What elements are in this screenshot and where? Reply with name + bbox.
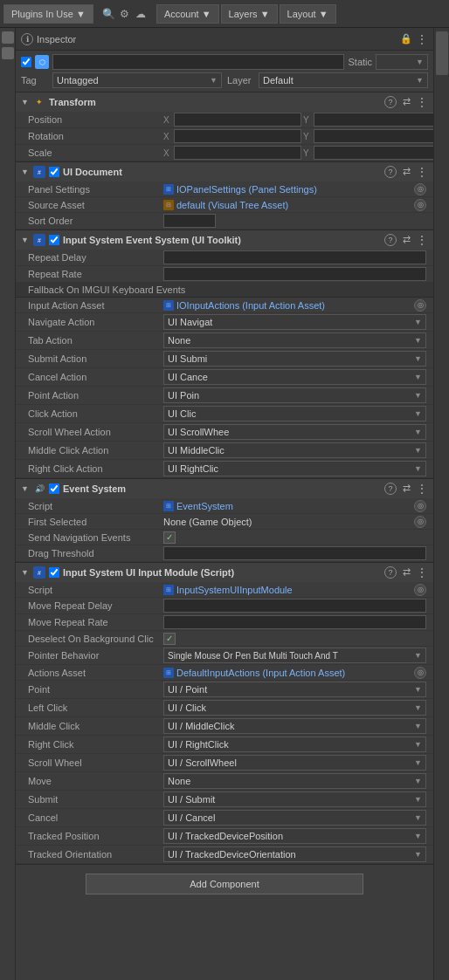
im-point-dropdown[interactable]: UI / Point ▼ (163, 682, 426, 697)
source-asset-link[interactable]: ⊟ default (Visual Tree Asset) (163, 200, 411, 210)
left-tool-1[interactable] (2, 31, 14, 44)
es-script-circle-btn[interactable]: ◎ (414, 500, 426, 512)
right-click-action-dropdown[interactable]: UI RightClic ▼ (163, 461, 426, 476)
transform-kebab-btn[interactable]: ⋮ (416, 96, 428, 108)
sort-order-input[interactable]: 0 (163, 214, 216, 228)
im-cancel-value: UI / Cancel (168, 812, 215, 823)
uidoc-header[interactable]: ▼ # UI Document ? ⇄ ⋮ (16, 162, 433, 182)
layers-btn[interactable]: Layers ▼ (221, 4, 278, 24)
pointer-behavior-dropdown[interactable]: Single Mouse Or Pen But Multi Touch And … (163, 648, 426, 663)
static-dropdown[interactable]: ▼ (376, 54, 428, 70)
move-repeat-delay-input[interactable]: 0.5 (163, 599, 426, 613)
im-tracked-pos-dropdown[interactable]: UI / TrackedDevicePosition ▼ (163, 828, 426, 844)
scale-y-input[interactable]: 1 (314, 146, 433, 160)
im-script-circle-btn[interactable]: ◎ (414, 584, 426, 596)
input-action-asset-row: Input Action Asset ⊞ IOInputActions (Inp… (16, 298, 433, 313)
uidoc-checkbox[interactable] (49, 167, 59, 177)
source-asset-row: Source Asset ⊟ default (Visual Tree Asse… (16, 197, 433, 213)
object-active-checkbox[interactable] (21, 57, 31, 67)
repeat-delay-input[interactable]: 0.45 (163, 250, 426, 264)
point-action-dropdown[interactable]: UI Poin ▼ (163, 387, 426, 403)
actions-asset-link[interactable]: ⊞ DefaultInputActions (Input Action Asse… (163, 668, 411, 678)
layer-dropdown[interactable]: Default ▼ (259, 72, 428, 88)
settings-icon[interactable]: ⚙ (118, 7, 132, 21)
move-repeat-rate-input[interactable]: 0.1 (163, 615, 426, 629)
source-asset-circle-btn[interactable]: ◎ (414, 199, 426, 211)
input-system-kebab-btn[interactable]: ⋮ (416, 234, 428, 246)
tab-action-value: None (168, 335, 190, 346)
event-system-info-btn[interactable]: ? (384, 483, 397, 495)
info-icon[interactable]: ℹ (21, 33, 33, 45)
event-system-settings-btn[interactable]: ⇄ (400, 483, 412, 495)
add-component-button[interactable]: Add Component (86, 874, 363, 894)
submit-action-value: UI Submi (168, 353, 207, 364)
event-system-header[interactable]: ▼ 🔊 Event System ? ⇄ ⋮ (16, 479, 433, 498)
panel-settings-link[interactable]: ⊞ IOPanelSettings (Panel Settings) (163, 184, 411, 195)
rot-y-input[interactable]: 0 (314, 129, 433, 143)
tag-dropdown[interactable]: Untagged ▼ (52, 72, 222, 88)
drag-threshold-input[interactable]: 10 (163, 546, 426, 560)
uidoc-kebab-btn[interactable]: ⋮ (416, 166, 428, 178)
im-left-click-dropdown[interactable]: UI / Click ▼ (163, 700, 426, 716)
cancel-action-dropdown[interactable]: UI Cance ▼ (163, 369, 426, 385)
im-middle-click-dropdown[interactable]: UI / MiddleClick ▼ (163, 718, 426, 734)
input-module-checkbox[interactable] (49, 567, 59, 578)
account-btn[interactable]: Account ▼ (156, 4, 219, 24)
rot-x-input[interactable]: 0 (174, 129, 301, 143)
im-move-dropdown[interactable]: None ▼ (163, 773, 426, 789)
transform-header[interactable]: ▼ ✦ Transform ? ⇄ ⋮ (16, 93, 433, 112)
event-system-kebab-btn[interactable]: ⋮ (416, 483, 428, 495)
input-action-asset-link[interactable]: ⊞ IOInputActions (Input Action Asset) (163, 300, 411, 311)
input-system-settings-btn[interactable]: ⇄ (400, 234, 412, 246)
pos-y-input[interactable]: 0 (314, 113, 433, 127)
tab-action-dropdown[interactable]: None ▼ (163, 332, 426, 348)
input-module-kebab-btn[interactable]: ⋮ (416, 566, 428, 579)
kebab-icon[interactable]: ⋮ (416, 33, 428, 45)
first-selected-circle-btn[interactable]: ◎ (414, 516, 426, 528)
lock-icon[interactable]: 🔒 (400, 33, 412, 45)
repeat-rate-input[interactable]: 0.05 (163, 267, 426, 281)
input-action-asset-circle-btn[interactable]: ◎ (414, 299, 426, 312)
scale-x-input[interactable]: 1 (174, 146, 301, 160)
send-nav-events-checkbox[interactable]: ✓ (163, 531, 176, 544)
object-name-input[interactable]: UIDocument (52, 54, 344, 70)
first-selected-link[interactable]: None (Game Object) (163, 517, 411, 527)
middle-click-action-dropdown[interactable]: UI MiddleClic ▼ (163, 442, 426, 458)
input-system-info-btn[interactable]: ? (384, 234, 397, 246)
layout-btn[interactable]: Layout ▼ (280, 4, 336, 24)
sort-order-row: Sort Order 0 (16, 213, 433, 230)
im-scroll-wheel-dropdown[interactable]: UI / ScrollWheel ▼ (163, 755, 426, 771)
input-module-settings-btn[interactable]: ⇄ (400, 566, 412, 579)
im-middle-click-row: Middle Click UI / MiddleClick ▼ (16, 717, 433, 736)
event-system-checkbox[interactable] (49, 483, 59, 494)
submit-action-dropdown[interactable]: UI Submi ▼ (163, 351, 426, 367)
im-right-click-dropdown[interactable]: UI / RightClick ▼ (163, 737, 426, 752)
im-submit-dropdown[interactable]: UI / Submit ▼ (163, 792, 426, 807)
im-cancel-dropdown[interactable]: UI / Cancel ▼ (163, 810, 426, 826)
input-system-checkbox[interactable] (49, 235, 59, 245)
im-tracked-pos-row: Tracked Position UI / TrackedDevicePosit… (16, 827, 433, 846)
im-tracked-orient-dropdown[interactable]: UI / TrackedDeviceOrientation ▼ (163, 846, 426, 862)
es-script-link[interactable]: ⊞ EventSystem (163, 501, 411, 511)
navigate-action-dropdown[interactable]: UI Navigat ▼ (163, 314, 426, 330)
uidoc-settings-btn[interactable]: ⇄ (400, 166, 412, 178)
im-left-click-value: UI / Click (168, 702, 206, 713)
actions-asset-circle-btn[interactable]: ◎ (414, 667, 426, 679)
transform-settings-btn[interactable]: ⇄ (400, 96, 412, 108)
left-tool-2[interactable] (2, 47, 14, 59)
im-script-link[interactable]: ⊞ InputSystemUIInputModule (163, 585, 411, 595)
transform-info-btn[interactable]: ? (384, 96, 397, 108)
input-module-header[interactable]: ▼ # Input System UI Input Module (Script… (16, 563, 433, 582)
scroll-wheel-action-dropdown[interactable]: UI ScrollWhee ▼ (163, 424, 426, 440)
click-action-dropdown[interactable]: UI Clic ▼ (163, 406, 426, 421)
scroll-wheel-action-value: UI ScrollWhee (168, 427, 229, 437)
search-icon[interactable]: 🔍 (102, 7, 116, 21)
plugins-btn[interactable]: Plugins In Use ▼ (3, 4, 93, 24)
cloud-icon[interactable]: ☁ (134, 7, 148, 21)
desel-bg-checkbox[interactable]: ✓ (163, 633, 176, 645)
uidoc-info-btn[interactable]: ? (384, 166, 397, 178)
panel-settings-circle-btn[interactable]: ◎ (414, 183, 426, 195)
input-system-header[interactable]: ▼ # Input System Event System (UI Toolki… (16, 230, 433, 250)
pos-x-input[interactable]: 0 (174, 113, 301, 127)
input-module-info-btn[interactable]: ? (384, 566, 397, 579)
